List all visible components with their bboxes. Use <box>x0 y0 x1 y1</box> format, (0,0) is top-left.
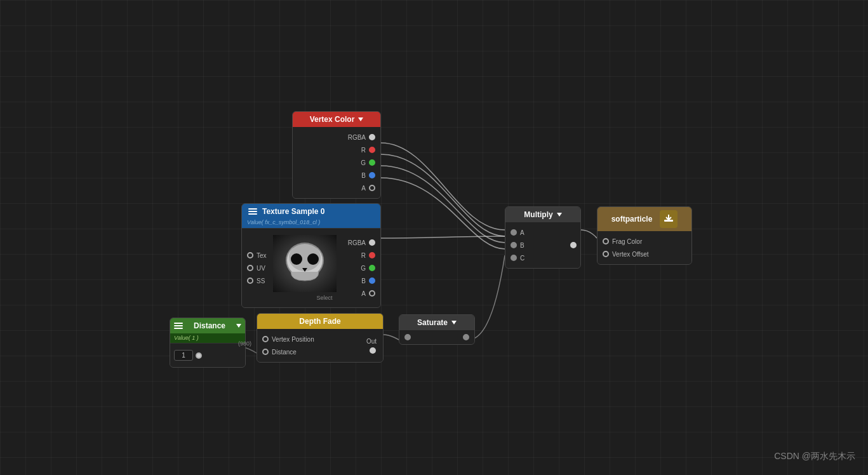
pin-label-ss: SS <box>257 278 265 284</box>
pin-row-r: R <box>293 144 380 156</box>
pin-label-g-out: G <box>361 265 366 272</box>
pin-row-vertex-pos: Vertex Position <box>257 333 366 345</box>
pin-row-distance: Distance <box>257 345 366 358</box>
pin-b-in[interactable] <box>511 242 517 248</box>
pin-label-rgba-out: RGBA <box>348 239 366 246</box>
depth-fade-node: Depth Fade Vertex Position Distance Out <box>257 313 384 363</box>
pin-row-vertex-offset: Vertex Offset <box>598 248 691 260</box>
pin-label-b-out: B <box>361 278 366 284</box>
multiply-body: A B C <box>505 222 580 268</box>
pin-label-tex: Tex <box>257 252 267 259</box>
pin-rgba-out[interactable] <box>369 239 375 246</box>
distance-menu-icon[interactable] <box>174 323 183 329</box>
depth-fade-title: Depth Fade <box>299 317 340 326</box>
pin-c-in[interactable] <box>511 255 517 261</box>
pin-row-r-out: R <box>343 249 380 262</box>
distance-header[interactable]: Distance <box>170 318 245 333</box>
softparticle-body: Frag Color Vertex Offset <box>598 231 691 264</box>
select-button[interactable]: Select <box>273 293 337 302</box>
output-icon <box>660 210 678 228</box>
pin-out[interactable] <box>370 347 376 354</box>
pin-vertex-pos[interactable] <box>262 336 269 342</box>
pin-row-a: A <box>505 226 570 239</box>
vertex-color-node: Vertex Color RGBA R G B A <box>292 111 381 199</box>
multiply-dropdown[interactable] <box>557 213 562 217</box>
saturate-title: Saturate <box>417 318 448 327</box>
pin-label-b: B <box>361 172 366 179</box>
pin-ss[interactable] <box>247 278 253 284</box>
pin-label-r: R <box>361 147 366 154</box>
pin-label-r-out: R <box>361 252 366 259</box>
texture-sample-node: Texture Sample 0 Value( fx_c_symbol_018_… <box>241 203 381 308</box>
pin-label-vertex-offset: Vertex Offset <box>612 251 649 258</box>
pin-row-b-out: B <box>343 274 380 287</box>
saturate-node: Saturate <box>399 314 475 345</box>
vertex-color-title: Vertex Color <box>310 115 355 124</box>
pin-label-out: Out <box>366 338 377 345</box>
connections-canvas <box>0 0 868 475</box>
pin-frag-color[interactable] <box>603 238 609 244</box>
pin-b[interactable] <box>369 172 375 178</box>
pin-distance-in[interactable] <box>262 349 269 355</box>
pin-saturate-in[interactable] <box>404 334 411 340</box>
pin-row-b: B <box>505 239 570 251</box>
depth-fade-header[interactable]: Depth Fade <box>257 314 383 329</box>
multiply-header[interactable]: Multiply <box>505 207 580 222</box>
pin-row-b: B <box>293 169 380 182</box>
pin-label-a-out: A <box>361 290 366 297</box>
distance-body: 1 <box>170 344 245 367</box>
pin-r[interactable] <box>369 147 375 153</box>
pin-row-rgba: RGBA <box>293 131 380 144</box>
pin-label-frag: Frag Color <box>612 238 642 245</box>
distance-value[interactable]: 1 <box>174 350 193 361</box>
pin-label-b: B <box>520 242 524 249</box>
pin-uv[interactable] <box>247 265 253 271</box>
value-row: 1 <box>170 347 245 363</box>
texture-sample-header[interactable]: Texture Sample 0 <box>242 204 380 219</box>
pin-row-a-out: A <box>343 287 380 300</box>
menu-icon[interactable] <box>248 208 257 215</box>
pin-a-out[interactable] <box>369 290 375 297</box>
pin-a[interactable] <box>369 185 375 191</box>
distance-dropdown[interactable] <box>236 324 241 328</box>
pin-label-uv: UV <box>257 265 265 272</box>
pin-g-out[interactable] <box>369 265 375 271</box>
multiply-title: Multiply <box>524 210 552 219</box>
distance-title: Distance <box>194 321 225 330</box>
distance-node: Distance Value( 1 ) 1 <box>170 318 246 368</box>
softparticle-node: softparticle Frag Color Vertex Offset <box>597 206 692 265</box>
softparticle-header[interactable]: softparticle <box>598 207 691 231</box>
texture-sample-title: Texture Sample 0 <box>262 207 324 216</box>
pin-row-ss: SS <box>242 274 272 287</box>
pin-label-a: A <box>361 185 366 192</box>
distance-overlap-label: (980) <box>238 340 251 347</box>
pin-a-in[interactable] <box>511 229 517 236</box>
texture-sample-body: Tex UV SS <box>242 229 380 307</box>
pin-label-c: C <box>520 255 524 262</box>
pin-r-out[interactable] <box>369 252 375 258</box>
pin-label-g: G <box>361 159 366 166</box>
depth-fade-body: Vertex Position Distance Out <box>257 329 383 362</box>
watermark: CSDN @两水先木示 <box>774 451 855 462</box>
pin-row-g: G <box>293 156 380 169</box>
pin-g[interactable] <box>369 159 375 166</box>
vertex-color-dropdown[interactable] <box>358 117 363 121</box>
softparticle-title: softparticle <box>611 215 653 224</box>
pin-tex[interactable] <box>247 252 253 258</box>
pin-row-rgba-out: RGBA <box>343 236 380 249</box>
vertex-color-header[interactable]: Vertex Color <box>293 112 380 127</box>
multiply-node: Multiply A B C <box>505 206 581 269</box>
pin-multiply-out[interactable] <box>570 242 577 248</box>
pin-label-distance-in: Distance <box>272 349 297 356</box>
pin-vertex-offset[interactable] <box>603 251 609 257</box>
saturate-body <box>399 330 474 344</box>
saturate-header[interactable]: Saturate <box>399 315 474 330</box>
pin-rgba[interactable] <box>369 134 375 140</box>
pin-row-tex: Tex <box>242 249 272 262</box>
distance-output-dot[interactable] <box>196 352 202 359</box>
saturate-dropdown[interactable] <box>451 321 457 324</box>
svg-point-9 <box>289 243 321 271</box>
distance-subtitle: Value( 1 ) <box>170 333 245 344</box>
pin-b-out[interactable] <box>369 278 375 284</box>
pin-saturate-out[interactable] <box>463 334 469 340</box>
